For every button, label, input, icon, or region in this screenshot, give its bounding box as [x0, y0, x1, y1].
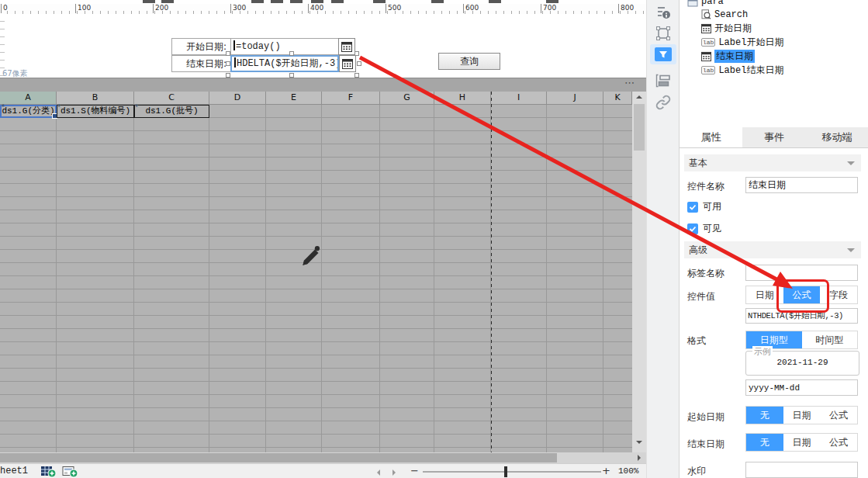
add-grid-sheet-icon[interactable]: [40, 466, 57, 478]
cell-b1[interactable]: *ds1.S(物料编号): [57, 105, 134, 118]
widget-name-label: 控件名称: [687, 180, 724, 193]
format-option-time-type[interactable]: 时间型: [802, 331, 858, 348]
selection-handle[interactable]: [289, 51, 294, 56]
report-grid[interactable]: A B C D E F G H I J K *ds1.G(分类) *ds1.S(…: [0, 92, 632, 452]
zoom-slider-track[interactable]: [423, 471, 601, 473]
checkbox-checked-icon[interactable]: [687, 223, 698, 234]
column-header-j[interactable]: J: [547, 92, 603, 105]
selection-handle[interactable]: [226, 61, 230, 66]
layout-panels-icon[interactable]: [655, 73, 671, 88]
section-advanced[interactable]: 高级: [684, 241, 861, 258]
designer-side-toolbar: [646, 0, 680, 478]
checkbox-checked-icon[interactable]: [687, 202, 698, 213]
section-basic[interactable]: 基本: [684, 154, 861, 171]
ruler-label: 800: [618, 4, 634, 13]
cell-c1[interactable]: *ds1.G(批号): [134, 105, 209, 118]
start-limit-option-none[interactable]: 无: [746, 407, 783, 424]
widget-value-formula-input[interactable]: NTHDELTA($开始日期,-3): [745, 308, 858, 324]
column-header-g[interactable]: G: [380, 92, 434, 105]
widget-value-option-date[interactable]: 日期: [746, 286, 783, 303]
query-button[interactable]: 查询: [438, 53, 500, 70]
selection-handle[interactable]: [354, 51, 359, 56]
tab-properties[interactable]: 属性: [680, 127, 742, 147]
column-header-c[interactable]: C: [134, 92, 209, 105]
format-example-box: 示例 2021-11-29: [745, 351, 859, 376]
pencil-cursor-icon: [298, 244, 324, 270]
start-date-input[interactable]: =today(): [230, 38, 339, 55]
link-icon[interactable]: [655, 95, 671, 110]
parameter-pane[interactable]: 开始日期: =today() 结束日期: HDELTA($开始日期,-3): [0, 14, 646, 78]
sheet-next-icon[interactable]: [393, 469, 396, 476]
cell-a1-selected[interactable]: *ds1.G(分类): [0, 105, 57, 118]
tab-events[interactable]: 事件: [742, 127, 805, 147]
start-date-calendar-button[interactable]: [338, 38, 355, 55]
tag-name-input[interactable]: [745, 265, 858, 281]
tab-mobile[interactable]: 移动端: [806, 127, 868, 147]
start-limit-option-date[interactable]: 日期: [783, 407, 821, 424]
selection-handle[interactable]: [226, 51, 230, 56]
grid-line: [133, 105, 134, 452]
enabled-checkbox-row[interactable]: 可用: [687, 200, 721, 213]
widget-value-option-formula[interactable]: 公式: [783, 286, 821, 303]
collapse-icon[interactable]: [847, 161, 855, 165]
scroll-up-icon[interactable]: [636, 95, 642, 99]
divider-drag-handle[interactable]: ⋯: [624, 77, 635, 88]
widget-name-input[interactable]: [745, 177, 858, 193]
cell-c1-text: ds1.G(批号): [145, 106, 198, 116]
visible-checkbox-row[interactable]: 可见: [687, 222, 721, 235]
zoom-slider-handle[interactable]: [504, 466, 507, 477]
start-date-label-widget[interactable]: 开始日期:: [171, 38, 231, 55]
end-date-calendar-button[interactable]: [339, 55, 356, 72]
zoom-in-button[interactable]: +: [602, 465, 610, 476]
column-header-f[interactable]: F: [322, 92, 380, 105]
horizontal-scroll-thumb[interactable]: [0, 453, 557, 462]
filter-icon: [655, 47, 672, 61]
add-form-sheet-icon[interactable]: [62, 466, 79, 478]
frame-layout-icon[interactable]: [655, 26, 671, 41]
tree-item-start-date[interactable]: 开始日期: [680, 22, 868, 35]
grid-line: [209, 105, 209, 452]
scroll-right-icon[interactable]: [638, 455, 641, 461]
end-date-label-widget[interactable]: 结束日期:: [171, 55, 231, 72]
column-header-b[interactable]: B: [57, 92, 134, 105]
tree-item-search[interactable]: Search: [680, 8, 868, 21]
end-limit-option-date[interactable]: 日期: [783, 434, 821, 451]
vertical-scroll-thumb[interactable]: [634, 104, 645, 151]
widget-value-option-field[interactable]: 字段: [820, 286, 857, 303]
end-limit-option-none[interactable]: 无: [746, 434, 783, 451]
selection-handle[interactable]: [357, 61, 361, 66]
grid-body[interactable]: [0, 105, 632, 452]
column-header-d[interactable]: D: [209, 92, 266, 105]
toolbar-fragment: [271, 0, 283, 3]
tree-item-end-date-selected[interactable]: 结束日期: [680, 50, 868, 63]
ruler-label: 0: [1, 4, 8, 13]
column-header-e[interactable]: E: [266, 92, 322, 105]
toolbar-fragment: [489, 0, 501, 3]
calendar-icon: [701, 23, 711, 33]
pane-divider[interactable]: [0, 78, 646, 92]
vertical-scrollbar[interactable]: [632, 92, 646, 452]
watermark-input[interactable]: [745, 462, 858, 478]
sheet-prev-icon[interactable]: [377, 469, 380, 476]
sheet-tab[interactable]: heet1: [0, 466, 28, 476]
tree-item-label: 开始日期: [714, 22, 752, 35]
parameter-pane-tool-active[interactable]: [650, 44, 676, 64]
scroll-down-icon[interactable]: [636, 441, 642, 444]
horizontal-scrollbar[interactable]: [0, 452, 646, 463]
column-header-h[interactable]: H: [434, 92, 491, 105]
end-date-input[interactable]: HDELTA($开始日期,-3): [230, 55, 339, 72]
report-info-icon[interactable]: [655, 5, 671, 20]
zoom-out-button[interactable]: −: [410, 465, 419, 476]
tree-item-label: Label开始日期: [718, 36, 783, 49]
collapse-icon[interactable]: [847, 248, 855, 252]
tree-item-para[interactable]: para: [680, 0, 868, 8]
start-limit-option-formula[interactable]: 公式: [820, 407, 857, 424]
visible-label: 可见: [703, 222, 721, 235]
column-header-i[interactable]: I: [491, 92, 547, 105]
column-header-a[interactable]: A: [0, 92, 57, 105]
format-pattern-input[interactable]: [745, 379, 858, 396]
tree-item-label-end-date[interactable]: lab Label结束日期: [680, 64, 868, 77]
end-limit-option-formula[interactable]: 公式: [820, 434, 857, 451]
column-header-k[interactable]: K: [603, 92, 632, 105]
tree-item-label-start-date[interactable]: lab Label开始日期: [680, 36, 868, 49]
